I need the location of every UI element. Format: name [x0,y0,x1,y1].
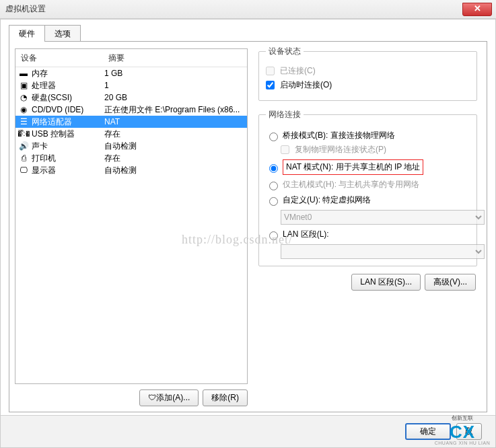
usb-icon: �ొ� [18,129,29,139]
hardware-list-pane: 设备 摘要 ▬内存1 GB▣处理器1◔硬盘(SCSI)20 GB◉CD/DVD … [9,42,253,412]
device-name: 内存 [32,68,104,79]
hardware-row[interactable]: ◔硬盘(SCSI)20 GB [15,91,247,104]
tab-panel-hardware: 设备 摘要 ▬内存1 GB▣处理器1◔硬盘(SCSI)20 GB◉CD/DVD … [9,41,487,412]
bridge-radio[interactable] [269,133,278,141]
device-summary: 存在 [104,153,247,164]
device-summary: 1 GB [104,69,247,78]
device-name: 处理器 [32,80,104,91]
sound-icon: 🔊 [18,141,29,151]
device-name: 打印机 [32,153,104,164]
network-legend: 网络连接 [266,109,304,120]
disk-icon: ◔ [18,93,29,102]
tab-hardware[interactable]: 硬件 [9,25,45,42]
hardware-list-header: 设备 摘要 [15,49,247,67]
device-summary: 存在 [104,128,247,140]
replicate-checkbox [281,145,289,154]
advanced-button[interactable]: 高级(V)... [425,274,476,291]
tab-options[interactable]: 选项 [44,25,81,42]
memory-icon: ▬ [18,69,29,78]
device-summary: 1 [104,81,247,90]
window-body: 硬件 选项 设备 摘要 ▬内存1 GB▣处理器1◔硬盘(SCSI)20 GB◉C… [0,19,496,448]
close-button[interactable]: ✕ [462,3,492,16]
hardware-buttons: 🛡添加(A)... 移除(R) [15,389,248,406]
nat-radio-row[interactable]: NAT 模式(N): 用于共享主机的 IP 地址 [266,159,470,175]
ok-button[interactable]: 确定 [405,423,451,440]
printer-icon: ⎙ [18,153,29,163]
device-name: 声卡 [32,141,104,152]
lan-label: LAN 区段(L): [283,229,329,240]
remove-hardware-button[interactable]: 移除(R) [203,389,248,406]
hardware-row[interactable]: 🔊声卡自动检测 [15,140,247,152]
window-title: 虚拟机设置 [5,3,46,15]
dialog-button-bar: 确定 取 [1,415,495,447]
lan-segment-select [281,244,485,259]
replicate-row: 复制物理网络连接状态(P) [281,144,470,155]
hostonly-label: 仅主机模式(H): 与主机共享的专用网络 [283,179,419,190]
hardware-row[interactable]: �ొ�USB 控制器存在 [15,128,247,140]
hostonly-radio-row[interactable]: 仅主机模式(H): 与主机共享的专用网络 [266,179,470,190]
display-icon: 🖵 [18,165,29,175]
nat-radio[interactable] [269,164,278,173]
device-summary: 20 GB [104,93,247,102]
cpu-icon: ▣ [18,81,29,90]
device-name: 网络适配器 [32,116,104,128]
col-device: 设备 [15,49,103,67]
hardware-row[interactable]: 🖵显示器自动检测 [15,164,247,176]
connected-checkbox-row: 已连接(C) [266,65,470,77]
cd-icon: ◉ [18,105,29,114]
hardware-row[interactable]: ⎙打印机存在 [15,152,247,164]
device-state-group: 设备状态 已连接(C) 启动时连接(O) [258,46,477,101]
lan-combo-wrap [281,244,485,259]
shield-icon: 🛡 [148,393,155,402]
network-extra-buttons: LAN 区段(S)... 高级(V)... [351,274,476,291]
connected-checkbox [266,67,275,75]
custom-combo-wrap: VMnet0 [281,210,485,225]
add-hardware-button[interactable]: 🛡添加(A)... [139,389,199,406]
lan-radio-row[interactable]: LAN 区段(L): [266,229,470,240]
hardware-list: 设备 摘要 ▬内存1 GB▣处理器1◔硬盘(SCSI)20 GB◉CD/DVD … [15,48,248,384]
device-name: USB 控制器 [32,128,104,140]
custom-label: 自定义(U): 特定虚拟网络 [283,194,371,206]
device-summary: 正在使用文件 E:\Program Files (x86... [104,104,247,116]
device-summary: 自动检测 [104,165,247,176]
hostonly-radio[interactable] [269,182,278,190]
cancel-button[interactable]: 取 [456,423,482,440]
tab-strip: 硬件 选项 [9,25,495,42]
bridge-label: 桥接模式(B): 直接连接物理网络 [283,130,395,141]
net-icon: ☰ [18,117,29,126]
custom-radio[interactable] [269,197,278,206]
title-bar: 虚拟机设置 ✕ [0,0,496,19]
hardware-row[interactable]: ▬内存1 GB [15,67,247,79]
replicate-label: 复制物理网络连接状态(P) [295,144,386,155]
network-connection-group: 网络连接 桥接模式(B): 直接连接物理网络 复制物理网络连接状态(P) NAT… [258,109,477,266]
custom-radio-row[interactable]: 自定义(U): 特定虚拟网络 [266,194,470,206]
device-summary: 自动检测 [104,141,247,152]
connect-at-power-row[interactable]: 启动时连接(O) [266,79,470,91]
connected-label: 已连接(C) [280,65,316,77]
hardware-row[interactable]: ◉CD/DVD (IDE)正在使用文件 E:\Program Files (x8… [15,104,247,116]
col-summary: 摘要 [103,49,130,67]
lan-radio[interactable] [269,231,278,240]
connect-at-power-checkbox[interactable] [266,81,275,89]
connect-at-power-label: 启动时连接(O) [280,79,332,91]
device-name: 硬盘(SCSI) [32,92,104,104]
device-summary: NAT [104,117,247,126]
device-name: CD/DVD (IDE) [32,105,104,114]
device-detail-pane: 设备状态 已连接(C) 启动时连接(O) 网络连接 桥接模式(B): 直接连接物… [253,42,487,412]
lan-segments-button[interactable]: LAN 区段(S)... [351,274,421,291]
hardware-row[interactable]: ☰网络适配器NAT [15,116,247,128]
nat-label: NAT 模式(N): 用于共享主机的 IP 地址 [283,159,423,175]
bridge-radio-row[interactable]: 桥接模式(B): 直接连接物理网络 [266,130,470,141]
hardware-row[interactable]: ▣处理器1 [15,79,247,91]
custom-network-select: VMnet0 [281,210,485,225]
device-name: 显示器 [32,165,104,176]
device-state-legend: 设备状态 [266,46,304,57]
